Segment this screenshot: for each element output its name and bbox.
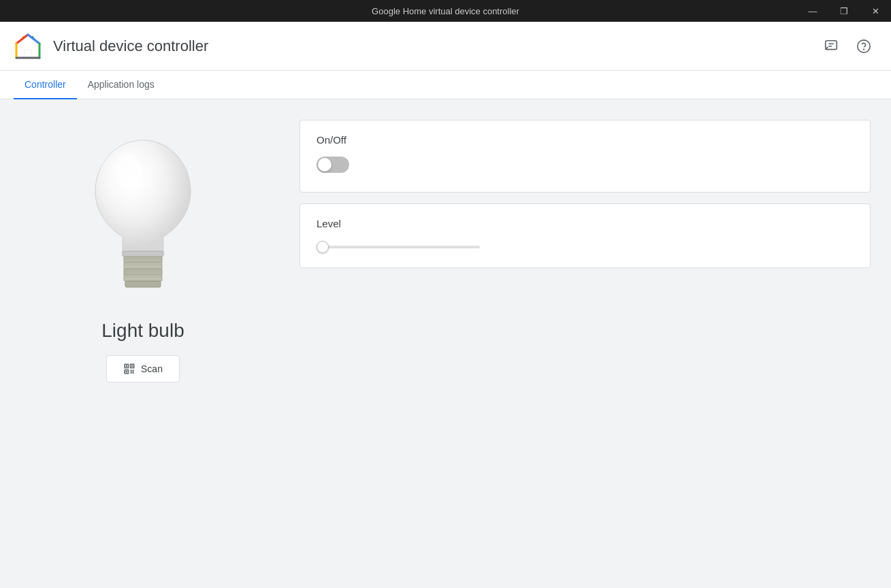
app-header: Virtual device controller <box>0 22 891 71</box>
help-button[interactable] <box>850 33 877 60</box>
scan-button[interactable]: Scan <box>106 355 180 382</box>
svg-point-26 <box>858 39 870 52</box>
svg-rect-29 <box>124 257 162 263</box>
svg-rect-42 <box>126 365 127 367</box>
app-logo <box>14 32 42 61</box>
window-controls: — ❐ ✕ <box>797 0 891 22</box>
device-image <box>68 127 218 304</box>
slider-thumb[interactable] <box>317 241 329 253</box>
window-title: Google Home virtual device controller <box>372 6 519 16</box>
svg-rect-46 <box>131 370 132 372</box>
svg-rect-44 <box>126 371 127 372</box>
svg-point-27 <box>864 49 864 50</box>
on-off-label: On/Off <box>317 134 854 146</box>
qr-icon <box>123 363 135 375</box>
svg-rect-43 <box>131 365 133 367</box>
on-off-toggle[interactable] <box>317 157 349 173</box>
feedback-button[interactable] <box>817 33 845 60</box>
close-button[interactable]: ✕ <box>860 0 891 22</box>
level-card: Level <box>299 203 871 268</box>
minimize-button[interactable]: — <box>797 0 828 22</box>
tabs-bar: Controller Application logs <box>0 71 891 99</box>
device-name: Light bulb <box>101 320 184 342</box>
tab-controller[interactable]: Controller <box>14 71 77 99</box>
svg-rect-28 <box>123 251 163 257</box>
svg-rect-47 <box>133 372 134 374</box>
toggle-thumb <box>318 158 331 172</box>
title-bar: Google Home virtual device controller — … <box>0 0 891 22</box>
level-label: Level <box>317 218 854 229</box>
maximize-button[interactable]: ❐ <box>828 0 860 22</box>
help-icon <box>856 39 871 54</box>
main-content: Light bulb Scan On/Off <box>0 99 891 588</box>
app-title: Virtual device controller <box>53 37 208 55</box>
level-slider[interactable] <box>317 246 480 248</box>
left-panel: Light bulb Scan <box>0 99 286 588</box>
svg-marker-17 <box>16 35 39 58</box>
svg-rect-30 <box>124 263 162 269</box>
header-actions <box>817 33 877 60</box>
right-panel: On/Off Level <box>286 99 891 588</box>
svg-rect-32 <box>124 275 162 281</box>
feedback-icon <box>824 39 839 54</box>
on-off-card: On/Off <box>299 120 871 193</box>
scan-button-label: Scan <box>141 363 163 374</box>
svg-rect-31 <box>124 269 162 275</box>
tab-application-logs[interactable]: Application logs <box>77 71 165 99</box>
svg-rect-33 <box>125 281 161 287</box>
svg-rect-49 <box>133 370 134 372</box>
svg-rect-48 <box>131 372 132 374</box>
